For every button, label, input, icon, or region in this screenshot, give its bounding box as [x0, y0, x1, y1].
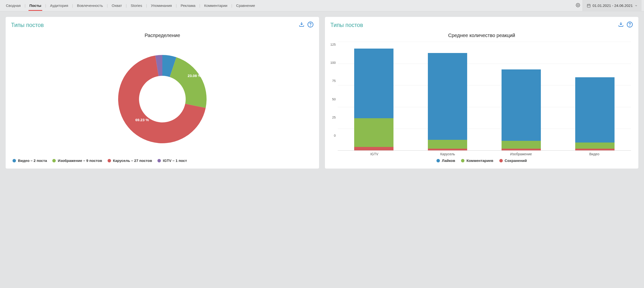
svg-point-3: [310, 26, 310, 26]
tab-реклама[interactable]: Реклама: [177, 0, 199, 10]
svg-point-0: [577, 4, 578, 6]
help-button[interactable]: [626, 21, 633, 29]
tab-упоминания[interactable]: Упоминания: [147, 0, 175, 10]
svg-rect-1: [587, 4, 590, 7]
legend-label: Карусель – 27 постов: [113, 158, 152, 163]
legend-item[interactable]: Видео – 2 поста: [12, 158, 47, 163]
download-icon: [298, 21, 305, 28]
bar-segment-Сохранений: [575, 149, 614, 150]
x-label: Видео: [558, 152, 631, 156]
content-area: Типы постов Распределение 23.08 %69.23 %…: [0, 11, 644, 174]
svg-point-5: [630, 26, 630, 26]
bar-segment-Лайков: [428, 53, 467, 140]
legend-item[interactable]: Комментариев: [461, 158, 493, 163]
chart-title: Среднее количество реакций: [330, 33, 633, 38]
bar-segment-Комментариев: [354, 118, 394, 147]
tab-stories[interactable]: Stories: [127, 0, 146, 10]
legend-item[interactable]: Карусель – 27 постов: [108, 158, 152, 163]
bar-Видео[interactable]: [575, 42, 614, 150]
bar-segment-Комментариев: [575, 143, 614, 149]
bar-Изображение[interactable]: [502, 42, 541, 150]
y-tick: 50: [332, 97, 336, 101]
legend-item[interactable]: Лайков: [436, 158, 455, 163]
slice-label: 69.23 %: [135, 118, 149, 122]
tab-комментарии[interactable]: Комментарии: [201, 0, 231, 10]
bar-IGTV[interactable]: [354, 42, 394, 150]
tab-аудитория[interactable]: Аудитория: [47, 0, 72, 10]
legend-label: Комментариев: [466, 158, 493, 163]
help-icon: [307, 21, 314, 28]
panel-title: Типы постов: [11, 22, 44, 28]
legend-label: IGTV – 1 пост: [163, 158, 187, 163]
date-range-picker[interactable]: 01.01.2021 - 24.06.2021: [582, 0, 642, 11]
gear-icon: [576, 3, 580, 7]
y-tick: 125: [330, 43, 336, 46]
calendar-icon: [587, 4, 591, 7]
date-range-text: 01.01.2021 - 24.06.2021: [593, 3, 633, 7]
bar-segment-Комментариев: [428, 140, 467, 148]
donut-slice-Изображение[interactable]: [170, 57, 206, 108]
chart-title: Распределение: [11, 33, 314, 38]
chevron-down-icon: [635, 4, 638, 7]
legend-label: Изображение – 9 постов: [58, 158, 102, 163]
slice-label: 23.08 %: [188, 74, 201, 78]
help-icon: [626, 21, 633, 28]
bar-segment-Сохранений: [502, 149, 541, 150]
legend-item[interactable]: IGTV – 1 пост: [158, 158, 187, 163]
download-icon: [618, 21, 624, 28]
x-label: Карусель: [411, 152, 484, 156]
tab-посты[interactable]: Посты: [26, 0, 45, 10]
legend-swatch: [12, 159, 16, 162]
legend-label: Видео – 2 поста: [18, 158, 47, 163]
tab-охват[interactable]: Охват: [108, 0, 126, 10]
bar-segment-Лайков: [575, 77, 614, 143]
panel-post-types-distribution: Типы постов Распределение 23.08 %69.23 %…: [6, 17, 319, 169]
legend-label: Сохранений: [505, 158, 527, 163]
legend-swatch: [52, 159, 56, 162]
bar-segment-Лайков: [502, 69, 541, 141]
y-tick: 100: [330, 61, 336, 64]
tab-вовлеченность[interactable]: Вовлеченность: [74, 0, 106, 10]
donut-legend: Видео – 2 постаИзображение – 9 постовКар…: [11, 158, 314, 163]
x-axis: IGTVКарусельИзображениеВидео: [338, 152, 631, 156]
panel-post-types-reactions: Типы постов Среднее количество реакций 1…: [325, 17, 638, 169]
tab-сравнение[interactable]: Сравнение: [232, 0, 258, 10]
y-tick: 0: [334, 134, 336, 137]
legend-swatch: [436, 159, 440, 162]
legend-item[interactable]: Изображение – 9 постов: [52, 158, 102, 163]
bar-segment-Комментариев: [502, 141, 541, 149]
download-button[interactable]: [298, 21, 305, 29]
legend-item[interactable]: Сохранений: [499, 158, 527, 163]
bars-area: [338, 42, 631, 151]
x-label: IGTV: [338, 152, 411, 156]
bar-legend: ЛайковКомментариевСохранений: [330, 156, 633, 163]
help-button[interactable]: [307, 21, 314, 29]
y-axis: 1251007550250: [330, 42, 338, 142]
legend-swatch: [499, 159, 503, 162]
settings-button[interactable]: [573, 1, 582, 10]
top-bar: Сводная|Посты|Аудитория|Вовлеченность|Ох…: [0, 0, 644, 11]
legend-swatch: [461, 159, 464, 162]
legend-swatch: [108, 159, 111, 162]
bar-chart: 1251007550250 IGTVКарусельИзображениеВид…: [330, 41, 633, 156]
download-button[interactable]: [618, 21, 624, 29]
legend-swatch: [158, 159, 161, 162]
x-label: Изображение: [484, 152, 558, 156]
bar-Карусель[interactable]: [428, 42, 467, 150]
bar-segment-Сохранений: [354, 147, 394, 150]
tab-сводная[interactable]: Сводная: [2, 0, 24, 10]
panel-title: Типы постов: [330, 22, 363, 28]
y-tick: 75: [332, 79, 336, 83]
donut-chart: 23.08 %69.23 %: [11, 41, 314, 158]
nav-tabs: Сводная|Посты|Аудитория|Вовлеченность|Ох…: [2, 0, 573, 10]
bar-segment-Сохранений: [428, 149, 467, 150]
legend-label: Лайков: [442, 158, 455, 163]
y-tick: 25: [332, 116, 336, 119]
bar-segment-Лайков: [354, 48, 394, 118]
